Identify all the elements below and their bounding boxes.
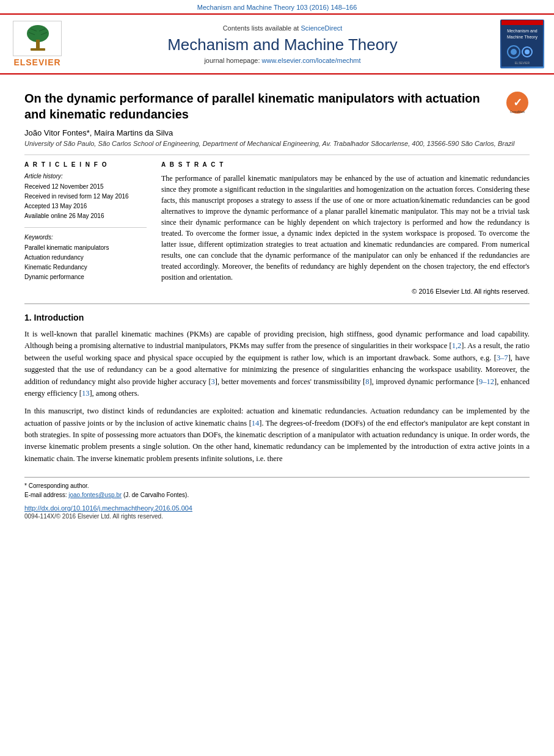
svg-rect-8: [501, 20, 543, 67]
abstract-text: The performance of parallel kinematic ma…: [161, 173, 530, 283]
article-info-heading: A R T I C L E I N F O: [24, 161, 147, 168]
divider-keywords: [24, 227, 147, 228]
svg-text:Machine Theory: Machine Theory: [507, 35, 538, 40]
history-label: Article history:: [24, 173, 147, 180]
elsevier-logo: ELSEVIER: [10, 21, 65, 67]
body-divider: [24, 303, 530, 304]
svg-text:Mechanism and: Mechanism and: [507, 29, 538, 33]
journal-cover-image: Mechanism and Machine Theory ELSEVIER: [500, 20, 544, 68]
copyright-line: © 2016 Elsevier Ltd. All rights reserved…: [161, 288, 530, 295]
keyword-4: Dynamic performance: [24, 272, 147, 282]
svg-text:CrossMark: CrossMark: [510, 110, 525, 114]
journal-header: ELSEVIER Contents lists available at Sci…: [0, 13, 554, 75]
elsevier-logo-image: [13, 21, 62, 56]
contents-available-line: Contents lists available at ScienceDirec…: [72, 24, 493, 32]
article-info-abstract: A R T I C L E I N F O Article history: R…: [24, 161, 530, 295]
section1-para2: In this manuscript, two distinct kinds o…: [24, 405, 530, 465]
journal-header-center: Contents lists available at ScienceDirec…: [72, 24, 493, 64]
keyword-3: Kinematic Redundancy: [24, 263, 147, 272]
elsevier-brand-text: ELSEVIER: [13, 57, 60, 67]
keyword-1: Parallel kinematic manipulators: [24, 243, 147, 253]
article-title-section: On the dynamic performance of parallel k…: [24, 84, 530, 122]
main-content: On the dynamic performance of parallel k…: [0, 75, 554, 529]
issn-line: 0094-114X/© 2016 Elsevier Ltd. All right…: [24, 513, 530, 520]
section1-title: 1. Introduction: [24, 313, 530, 322]
keyword-2: Actuation redundancy: [24, 253, 147, 263]
svg-text:✓: ✓: [513, 96, 522, 109]
journal-title: Mechanism and Machine Theory: [72, 35, 493, 54]
journal-reference: Mechanism and Machine Theory 103 (2016) …: [0, 0, 554, 13]
svg-point-1: [27, 25, 49, 42]
authors: João Vitor Fontes*, Maíra Martins da Sil…: [24, 128, 530, 137]
svg-point-13: [511, 49, 517, 55]
keywords-label: Keywords:: [24, 234, 147, 241]
email-link[interactable]: joao.fontes@usp.br: [68, 492, 122, 498]
article-history: Article history: Received 12 November 20…: [24, 173, 147, 221]
svg-rect-3: [31, 48, 45, 51]
homepage-url[interactable]: www.elsevier.com/locate/mechmt: [262, 57, 361, 64]
received-date: Received 12 November 2015 Received in re…: [24, 182, 147, 221]
divider-1: [24, 154, 530, 155]
article-info-col: A R T I C L E I N F O Article history: R…: [24, 161, 147, 295]
svg-point-15: [525, 49, 530, 54]
footnote-star: * Corresponding author.: [24, 481, 530, 490]
section1-para1: It is well-known that parallel kinematic…: [24, 329, 530, 399]
footnote-email: E-mail address: joao.fontes@usp.br (J. d…: [24, 490, 530, 500]
journal-homepage: journal homepage: www.elsevier.com/locat…: [72, 57, 493, 64]
svg-rect-2: [36, 40, 40, 48]
affiliation: University of São Paulo, São Carlos Scho…: [24, 140, 530, 147]
doi-link[interactable]: http://dx.doi.org/10.1016/j.mechmachtheo…: [24, 504, 530, 512]
footnote-section: * Corresponding author. E-mail address: …: [24, 477, 530, 520]
abstract-col: A B S T R A C T The performance of paral…: [161, 161, 530, 295]
keywords-block: Keywords: Parallel kinematic manipulator…: [24, 234, 147, 282]
sciencedirect-link[interactable]: ScienceDirect: [301, 24, 342, 32]
cover-text: Mechanism and Machine Theory ELSEVIER: [500, 20, 544, 68]
crossmark-badge: ✓ CrossMark: [505, 90, 530, 115]
svg-rect-9: [501, 20, 543, 25]
svg-text:ELSEVIER: ELSEVIER: [515, 61, 530, 65]
abstract-heading: A B S T R A C T: [161, 161, 530, 168]
article-title: On the dynamic performance of parallel k…: [24, 90, 505, 122]
